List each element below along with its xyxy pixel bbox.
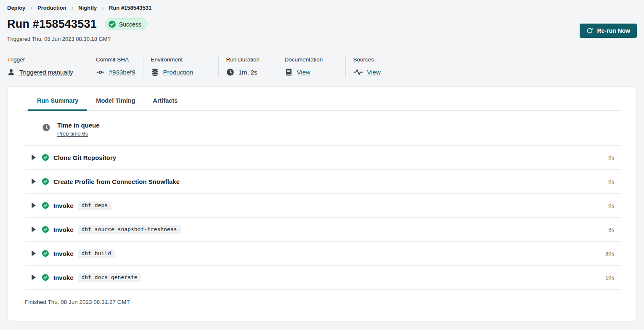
divider <box>345 56 346 77</box>
command-chip: dbt build <box>78 249 115 258</box>
meta-environment-label: Environment <box>151 56 211 63</box>
rerun-now-label: Re-run Now <box>597 27 630 34</box>
sources-view-link[interactable]: View <box>367 69 381 76</box>
run-header: Run #158543531 Success Triggered Thu, 08… <box>7 18 637 42</box>
commit-sha-link[interactable]: #933bef9 <box>109 69 135 76</box>
meta-trigger: Trigger Triggered manually <box>7 56 80 77</box>
breadcrumb: Deploy › Production › Nightly › Run #158… <box>7 0 637 11</box>
chevron-right-icon: › <box>30 3 32 11</box>
success-check-icon <box>42 226 49 233</box>
meta-commit-label: Commit SHA <box>96 56 135 63</box>
step-row-dbt-build[interactable]: Invoke dbt build 30s <box>25 242 621 265</box>
prep-time-link[interactable]: Prep time 6s <box>57 130 100 137</box>
status-badge-label: Success <box>119 21 141 28</box>
meta-trigger-label: Trigger <box>7 56 80 63</box>
expand-triangle-icon[interactable] <box>31 155 36 160</box>
step-row-clone-git[interactable]: Clone Git Repository 0s <box>25 146 621 169</box>
meta-commit-sha: Commit SHA #933bef9 <box>96 56 135 77</box>
breadcrumb-deploy[interactable]: Deploy <box>7 5 25 11</box>
step-duration: 0s <box>608 178 621 185</box>
meta-duration-label: Run Duration <box>226 56 269 63</box>
commit-icon <box>96 68 105 76</box>
run-summary-card: Run Summary Model Timing Artifacts Time … <box>7 86 637 321</box>
success-check-icon <box>42 274 49 281</box>
pulse-icon <box>353 69 363 76</box>
step-duration: 0s <box>608 154 621 161</box>
documentation-view-link[interactable]: View <box>297 69 310 76</box>
step-row-dbt-source-freshness[interactable]: Invoke dbt source snapshot-freshness 3s <box>25 218 621 241</box>
step-name: Clone Git Repository <box>53 154 116 161</box>
command-chip: dbt deps <box>78 201 112 210</box>
breadcrumb-production[interactable]: Production <box>37 5 66 11</box>
environment-link[interactable]: Production <box>163 69 193 76</box>
step-duration: 3s <box>608 226 621 233</box>
command-chip: dbt docs generate <box>78 273 141 282</box>
database-icon <box>151 68 159 76</box>
meta-documentation-label: Documentation <box>285 56 338 63</box>
step-name: Invoke <box>53 274 74 281</box>
time-in-queue-row: Time in queue Prep time 6s <box>25 111 621 145</box>
step-duration: 30s <box>605 250 621 257</box>
success-check-icon <box>42 154 49 161</box>
tab-bar: Run Summary Model Timing Artifacts <box>25 87 621 111</box>
step-row-create-profile[interactable]: Create Profile from Connection Snowflake… <box>25 170 621 193</box>
step-duration: 10s <box>605 274 621 281</box>
step-row-dbt-docs-generate[interactable]: Invoke dbt docs generate 10s <box>25 266 621 289</box>
expand-triangle-icon[interactable] <box>31 179 36 184</box>
expand-triangle-icon[interactable] <box>31 251 36 256</box>
tab-run-summary[interactable]: Run Summary <box>28 97 87 111</box>
run-duration-value: 1m, 2s <box>239 69 257 76</box>
tab-artifacts[interactable]: Artifacts <box>144 97 187 111</box>
expand-triangle-icon[interactable] <box>31 227 36 232</box>
status-badge: Success <box>105 18 148 30</box>
breadcrumb-current-run: Run #158543531 <box>109 5 151 11</box>
step-name: Invoke <box>53 226 74 233</box>
step-name: Invoke <box>53 202 74 209</box>
chevron-right-icon: › <box>102 3 104 11</box>
step-name: Invoke <box>53 250 74 257</box>
run-detail-page: Deploy › Production › Nightly › Run #158… <box>0 0 644 321</box>
clock-icon <box>226 68 234 76</box>
meta-sources-label: Sources <box>353 56 381 63</box>
step-row-dbt-deps[interactable]: Invoke dbt deps 0s <box>25 194 621 217</box>
finished-timestamp: Finished Thu, 08 Jun 2023 08:31:27 GMT <box>25 290 621 305</box>
step-name: Create Profile from Connection Snowflake <box>53 178 180 185</box>
divider <box>88 56 88 77</box>
expand-triangle-icon[interactable] <box>31 275 36 280</box>
step-duration: 0s <box>608 202 621 209</box>
run-meta-row: Trigger Triggered manually Commit SHA #9… <box>7 56 637 77</box>
command-chip: dbt source snapshot-freshness <box>78 225 181 234</box>
triggered-timestamp: Triggered Thu, 08 Jun 2023 08:30:18 GMT <box>7 36 148 42</box>
refresh-icon <box>586 27 593 34</box>
success-check-icon <box>42 202 49 209</box>
success-check-icon <box>42 250 49 257</box>
user-icon <box>7 68 15 76</box>
meta-sources: Sources View <box>353 56 381 77</box>
check-circle-icon <box>109 21 116 28</box>
page-title: Run #158543531 <box>7 18 97 31</box>
meta-environment: Environment Production <box>151 56 211 77</box>
success-check-icon <box>42 178 49 185</box>
chevron-right-icon: › <box>72 3 74 11</box>
breadcrumb-nightly[interactable]: Nightly <box>78 5 97 11</box>
meta-run-duration: Run Duration 1m, 2s <box>226 56 269 77</box>
tab-model-timing[interactable]: Model Timing <box>87 97 144 111</box>
meta-trigger-value[interactable]: Triggered manually <box>19 69 73 76</box>
divider <box>218 56 219 77</box>
divider <box>143 56 143 77</box>
expand-triangle-icon[interactable] <box>31 203 36 208</box>
meta-documentation: Documentation View <box>285 56 338 77</box>
time-in-queue-title: Time in queue <box>57 122 100 129</box>
clock-icon <box>42 123 50 132</box>
divider <box>277 56 277 77</box>
rerun-now-button[interactable]: Re-run Now <box>580 24 637 38</box>
book-icon <box>285 68 293 76</box>
